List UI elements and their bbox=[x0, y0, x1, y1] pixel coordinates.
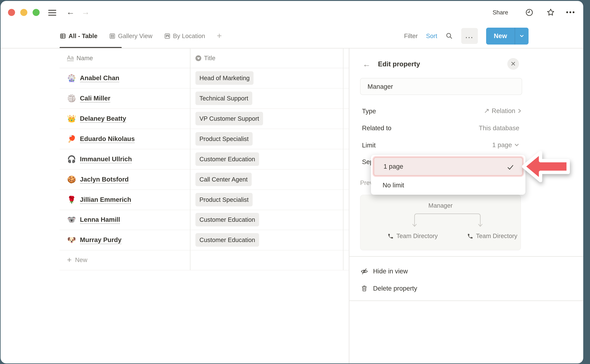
favorite-star-icon[interactable] bbox=[546, 8, 555, 17]
title-cell[interactable]: Head of Marketing bbox=[190, 68, 343, 88]
column-divider[interactable] bbox=[343, 48, 343, 270]
title-cell[interactable]: Customer Education bbox=[190, 209, 343, 230]
table-row[interactable]: 🎡 Anabel Chan Head of Marketing bbox=[60, 68, 349, 88]
traffic-lights bbox=[8, 9, 40, 16]
table-row[interactable]: 🍪 Jaclyn Botsford Call Center Agent bbox=[60, 169, 349, 190]
preview-left-item: Team Directory bbox=[387, 233, 438, 240]
row-emoji-icon: 👑 bbox=[67, 114, 76, 123]
limit-option-no-limit[interactable]: No limit bbox=[383, 179, 404, 192]
title-cell[interactable]: Call Center Agent bbox=[190, 169, 343, 189]
property-type-value[interactable]: ↗ Relation bbox=[484, 107, 522, 115]
table-row[interactable]: 👑 Delaney Beatty VP Customer Support bbox=[60, 108, 349, 129]
panel-close-button[interactable]: ✕ bbox=[507, 58, 519, 70]
table-row[interactable]: 🐶 Murray Purdy Customer Education bbox=[60, 230, 349, 250]
relation-preview-box: Manager Team Directory Team Directory bbox=[360, 195, 521, 250]
name-cell[interactable]: 👑 Delaney Beatty bbox=[60, 108, 190, 129]
title-cell[interactable]: VP Customer Support bbox=[190, 108, 343, 129]
column-header-title[interactable]: Title bbox=[190, 48, 343, 68]
notion-window: ← → Share ••• All - Table bbox=[1, 1, 583, 363]
new-button[interactable]: New bbox=[486, 27, 529, 44]
title-cell[interactable]: Product Specialist bbox=[190, 129, 343, 149]
title-tag: Head of Marketing bbox=[196, 71, 254, 85]
table-row[interactable]: 🐨 Lenna Hamill Customer Education bbox=[60, 209, 349, 230]
minimize-window-button[interactable] bbox=[20, 9, 27, 16]
panel-divider bbox=[349, 49, 349, 363]
person-name-link[interactable]: Jillian Emmerich bbox=[80, 196, 131, 203]
person-name-link[interactable]: Anabel Chan bbox=[80, 74, 119, 82]
close-window-button[interactable] bbox=[8, 9, 15, 16]
person-name-link[interactable]: Murray Purdy bbox=[80, 236, 122, 244]
limit-option-1-page[interactable]: 1 page bbox=[373, 157, 523, 176]
share-button[interactable]: Share bbox=[492, 9, 508, 16]
table-row[interactable]: 🎧 Immanuel Ullrich Customer Education bbox=[60, 149, 349, 169]
title-tag: Product Specialist bbox=[196, 193, 253, 206]
row-emoji-icon: 🐶 bbox=[67, 236, 76, 244]
column-header-name[interactable]: Aa Name bbox=[60, 48, 190, 68]
property-related-value[interactable]: This database bbox=[479, 124, 519, 132]
zoom-window-button[interactable] bbox=[33, 9, 40, 16]
phone-icon bbox=[387, 233, 394, 239]
person-name-link[interactable]: Immanuel Ullrich bbox=[80, 156, 132, 163]
new-button-label[interactable]: New bbox=[486, 27, 515, 44]
panel-back-arrow-icon[interactable]: ← bbox=[363, 60, 371, 69]
title-tag: Product Specialist bbox=[196, 132, 253, 146]
board-view-icon bbox=[164, 33, 170, 39]
search-icon[interactable] bbox=[446, 32, 453, 40]
table-row[interactable]: 🌹 Jillian Emmerich Product Specialist bbox=[60, 189, 349, 210]
table-row[interactable]: 🏓 Eduardo Nikolaus Product Specialist bbox=[60, 129, 349, 149]
new-row-label: New bbox=[75, 256, 87, 264]
table-header: Aa Name Title bbox=[60, 48, 349, 68]
table-row[interactable]: 🏐 Cali Miller Technical Support bbox=[60, 88, 349, 109]
tab-by-location[interactable]: By Location bbox=[164, 32, 205, 39]
name-cell[interactable]: 🐶 Murray Purdy bbox=[60, 230, 190, 250]
view-options-button[interactable]: ... bbox=[461, 28, 478, 44]
person-name-link[interactable]: Eduardo Nikolaus bbox=[80, 135, 135, 143]
new-row-button[interactable]: + New bbox=[60, 250, 349, 270]
title-cell[interactable]: Customer Education bbox=[190, 149, 343, 169]
eye-slash-icon bbox=[360, 267, 369, 275]
add-view-button[interactable]: + bbox=[217, 31, 222, 41]
updates-clock-icon[interactable] bbox=[525, 8, 533, 17]
person-name-link[interactable]: Delaney Beatty bbox=[80, 115, 126, 122]
property-name-input[interactable] bbox=[360, 78, 522, 95]
row-emoji-icon: 🎧 bbox=[67, 155, 76, 163]
name-cell[interactable]: 🏐 Cali Miller bbox=[60, 88, 190, 108]
relation-branch-arrows bbox=[412, 213, 483, 228]
name-cell[interactable]: 🎧 Immanuel Ullrich bbox=[60, 149, 190, 169]
title-tag: Customer Education bbox=[196, 233, 259, 247]
sort-button[interactable]: Sort bbox=[426, 32, 437, 39]
title-tag: Customer Education bbox=[196, 152, 259, 166]
column-divider[interactable] bbox=[190, 48, 190, 270]
row-emoji-icon: 🎡 bbox=[67, 74, 76, 82]
back-arrow-icon[interactable]: ← bbox=[66, 8, 75, 16]
tab-all-table[interactable]: All - Table bbox=[60, 32, 98, 39]
name-cell[interactable]: 🏓 Eduardo Nikolaus bbox=[60, 129, 190, 149]
delete-property-button[interactable]: Delete property bbox=[360, 281, 417, 296]
checkmark-icon bbox=[507, 164, 514, 171]
name-cell[interactable]: 🍪 Jaclyn Botsford bbox=[60, 169, 190, 189]
person-name-link[interactable]: Lenna Hamill bbox=[80, 216, 120, 223]
property-limit-value[interactable]: 1 page bbox=[492, 141, 519, 149]
database-toolbar: Filter Sort ... New bbox=[404, 27, 529, 45]
column-label: Title bbox=[204, 54, 216, 62]
new-button-dropdown[interactable] bbox=[515, 27, 529, 44]
title-cell[interactable]: Product Specialist bbox=[190, 189, 343, 210]
option-label: 1 page bbox=[383, 163, 403, 170]
filter-button[interactable]: Filter bbox=[404, 32, 418, 39]
more-options-icon[interactable]: ••• bbox=[566, 9, 576, 16]
name-cell[interactable]: 🌹 Jillian Emmerich bbox=[60, 189, 190, 210]
name-cell[interactable]: 🎡 Anabel Chan bbox=[60, 68, 190, 88]
sidebar-menu-icon[interactable] bbox=[48, 8, 56, 17]
title-cell[interactable]: Technical Support bbox=[190, 88, 343, 108]
person-name-link[interactable]: Jaclyn Botsford bbox=[80, 176, 129, 183]
tab-gallery-view[interactable]: Gallery View bbox=[109, 32, 152, 39]
title-cell[interactable]: Customer Education bbox=[190, 230, 343, 250]
person-name-link[interactable]: Cali Miller bbox=[80, 95, 110, 102]
action-label: Hide in view bbox=[373, 267, 408, 275]
tab-label: Gallery View bbox=[118, 32, 152, 39]
chevron-right-icon bbox=[518, 108, 522, 114]
select-property-icon bbox=[196, 55, 201, 61]
name-cell[interactable]: 🐨 Lenna Hamill bbox=[60, 209, 190, 230]
relation-arrow-icon: ↗ bbox=[484, 107, 490, 115]
hide-in-view-button[interactable]: Hide in view bbox=[360, 264, 408, 279]
